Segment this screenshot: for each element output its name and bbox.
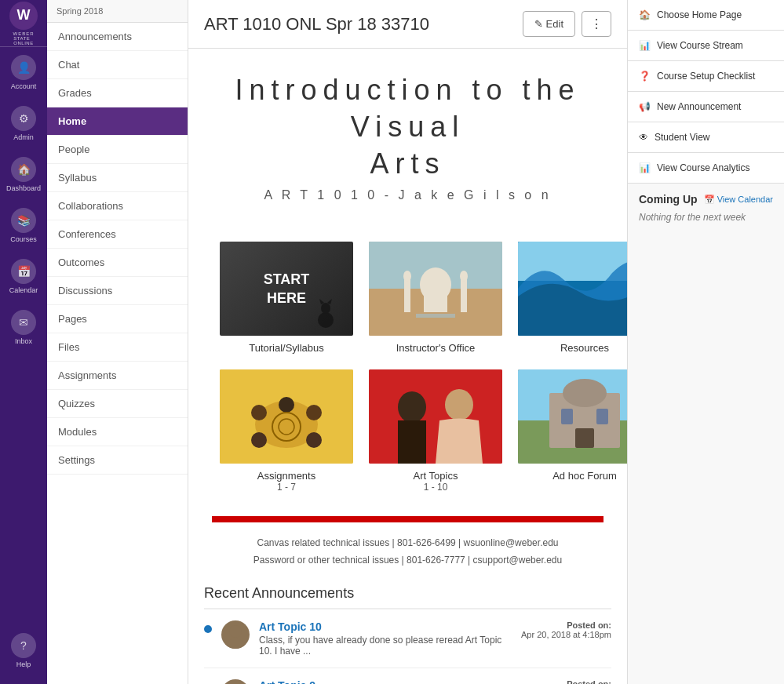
nav-files[interactable]: Files	[47, 333, 188, 362]
announcement-preview: Class, if you have already done so pleas…	[259, 635, 512, 657]
hero-section: Introduction to the VisualArts A R T 1 0…	[188, 49, 627, 218]
eye-icon: 👁	[639, 132, 648, 143]
svg-point-0	[318, 312, 334, 328]
svg-point-10	[403, 271, 411, 282]
course-term: Spring 2018	[47, 0, 188, 23]
nav-grades[interactable]: Grades	[47, 79, 188, 107]
course-title: ART 1010 ONL Spr 18 33710	[204, 14, 429, 35]
logo-bottom-text: STATEONLINE	[13, 36, 33, 45]
nav-dashboard[interactable]: 🏠 Dashboard	[0, 149, 47, 200]
hero-subtitle: A R T 1 0 1 0 - J a k e G i l s o n	[204, 188, 611, 202]
view-calendar-link[interactable]: 📅 View Calendar	[704, 195, 773, 205]
nav-help[interactable]: ? Help	[0, 625, 47, 676]
nav-quizzes[interactable]: Quizzes	[47, 390, 188, 418]
svg-rect-34	[596, 409, 608, 424]
svg-point-36	[229, 625, 242, 638]
svg-point-12	[460, 271, 468, 282]
svg-point-18	[251, 405, 267, 420]
svg-rect-35	[575, 428, 594, 448]
svg-point-19	[279, 397, 294, 413]
nothing-text: Nothing for the next week	[639, 212, 773, 223]
nav-conferences[interactable]: Conferences	[47, 220, 188, 249]
svg-rect-25	[369, 369, 502, 464]
announcement-body: Art Topic 9 Class, Topic 9 is graded and…	[259, 679, 507, 684]
announcement-item: Art Topic 10 Class, if you have already …	[204, 609, 611, 668]
nav-calendar[interactable]: 📅 Calendar	[0, 251, 47, 302]
tile-assignments[interactable]: Assignments 1 - 7	[212, 362, 361, 500]
analytics-icon: 📊	[639, 162, 651, 173]
nav-collaborations[interactable]: Collaborations	[47, 192, 188, 220]
tile-art-topics-label: Art Topics	[414, 470, 458, 482]
course-analytics-button[interactable]: 📊 View Course Analytics	[628, 153, 784, 184]
nav-account[interactable]: 👤 Account	[0, 47, 47, 98]
announcement-icon: 📢	[639, 101, 651, 112]
svg-point-32	[563, 379, 607, 407]
nav-chat[interactable]: Chat	[47, 51, 188, 79]
svg-point-21	[306, 432, 322, 448]
nav-inbox[interactable]: ✉ Inbox	[0, 302, 47, 353]
svg-point-26	[398, 391, 426, 423]
view-stream-button[interactable]: 📊 View Course Stream	[628, 31, 784, 61]
contact-line1: Canvas related technical issues | 801-62…	[204, 535, 611, 552]
svg-rect-11	[461, 277, 467, 312]
tile-assignments-label: Assignments	[257, 470, 315, 482]
more-options-button[interactable]: ⋮	[582, 11, 611, 37]
setup-checklist-button[interactable]: ❓ Course Setup Checklist	[628, 61, 784, 92]
nav-courses[interactable]: 📚 Courses	[0, 200, 47, 251]
svg-rect-13	[416, 314, 455, 318]
nav-home[interactable]: Home	[47, 107, 188, 136]
tile-assignments-sublabel: 1 - 7	[277, 482, 296, 493]
announcement-date: Posted on: Apr 20, 2018 at 4:18pm	[521, 620, 611, 639]
tile-instructor-label: Instructor's Office	[396, 342, 476, 354]
announcement-item: Art Topic 9 Class, Topic 9 is graded and…	[204, 668, 611, 684]
nav-people[interactable]: People	[47, 136, 188, 164]
student-view-button[interactable]: 👁 Student View	[628, 122, 784, 153]
new-announcement-button[interactable]: 📢 New Announcement	[628, 92, 784, 122]
tile-tutorial[interactable]: STARTHERE Tutorial/Syllabus	[212, 234, 361, 362]
svg-rect-33	[561, 409, 573, 424]
tile-resources-label: Resources	[560, 342, 609, 354]
tile-art-topics[interactable]: Art Topics 1 - 10	[361, 362, 510, 500]
stream-icon: 📊	[639, 40, 651, 51]
svg-point-22	[251, 432, 267, 448]
nav-admin[interactable]: ⚙ Admin	[0, 98, 47, 149]
nav-syllabus[interactable]: Syllabus	[47, 164, 188, 192]
nav-discussions[interactable]: Discussions	[47, 277, 188, 305]
svg-point-28	[445, 389, 473, 420]
edit-button[interactable]: ✎ Edit	[523, 11, 575, 37]
left-icon-nav: W WEBER STATEONLINE 👤 Account ⚙ Admin 🏠 …	[0, 0, 47, 684]
tile-art-topics-sublabel: 1 - 10	[424, 482, 448, 493]
tile-adhoc-label: Ad hoc Forum	[552, 470, 617, 482]
svg-rect-27	[398, 420, 426, 464]
tile-adhoc[interactable]: Ad hoc Forum	[510, 362, 627, 500]
svg-rect-9	[404, 277, 410, 312]
avatar	[221, 620, 250, 649]
svg-point-20	[306, 405, 322, 420]
choose-home-button[interactable]: 🏠 Choose Home Page	[628, 0, 784, 31]
checklist-icon: ❓	[639, 71, 651, 82]
nav-assignments[interactable]: Assignments	[47, 362, 188, 390]
tile-resources[interactable]: Resources	[510, 234, 627, 362]
recent-announcements: Recent Announcements Art Topic 10 Class,…	[188, 577, 627, 684]
nav-pages[interactable]: Pages	[47, 305, 188, 333]
progress-bar	[212, 516, 603, 522]
right-sidebar: 🏠 Choose Home Page 📊 View Course Stream …	[627, 0, 784, 684]
header-buttons: ✎ Edit ⋮	[523, 11, 611, 37]
nav-modules[interactable]: Modules	[47, 418, 188, 446]
coming-up-title: Coming Up	[639, 193, 698, 206]
course-nav: Spring 2018 Announcements Chat Grades Ho…	[47, 0, 188, 684]
main-content: ART 1010 ONL Spr 18 33710 ✎ Edit ⋮ Intro…	[188, 0, 627, 684]
nav-announcements[interactable]: Announcements	[47, 23, 188, 51]
tiles-grid: STARTHERE Tutorial/Syllabus	[188, 218, 627, 516]
announcement-title[interactable]: Art Topic 10	[259, 620, 512, 633]
course-header: ART 1010 ONL Spr 18 33710 ✎ Edit ⋮	[188, 0, 627, 49]
logo[interactable]: W WEBER STATEONLINE	[0, 0, 47, 47]
nav-outcomes[interactable]: Outcomes	[47, 249, 188, 277]
announcement-body: Art Topic 10 Class, if you have already …	[259, 620, 512, 657]
tile-instructor[interactable]: Instructor's Office	[361, 234, 510, 362]
svg-point-37	[225, 639, 246, 649]
contact-info: Canvas related technical issues | 801-62…	[188, 522, 627, 577]
announcement-title[interactable]: Art Topic 9	[259, 679, 507, 684]
nav-settings[interactable]: Settings	[47, 446, 188, 475]
announcement-date: Posted on: Apr 20, 2018 at 11:01am	[516, 679, 611, 684]
